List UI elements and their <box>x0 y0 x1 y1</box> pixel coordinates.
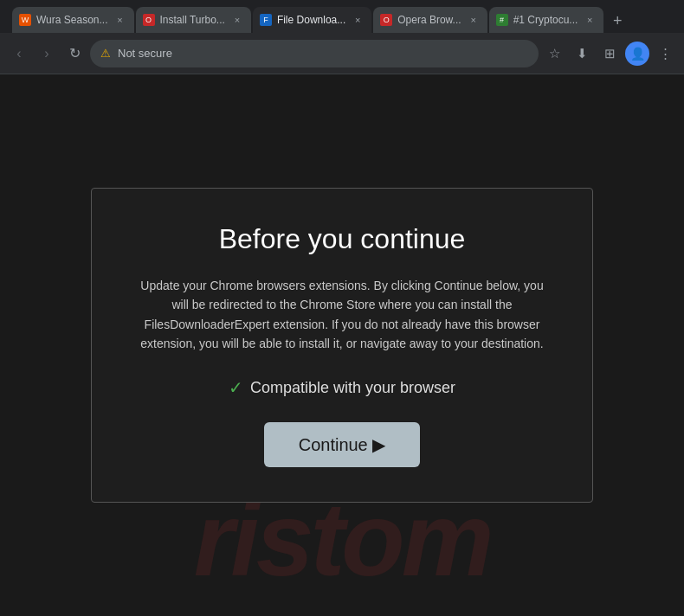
tab-favicon-5: # <box>496 14 508 26</box>
menu-button[interactable]: ⋮ <box>653 42 677 66</box>
refresh-button[interactable]: ↻ <box>62 42 87 66</box>
tab-install[interactable]: O Install Turbo... × <box>136 7 251 33</box>
forward-button[interactable]: › <box>35 42 59 66</box>
tab-close-2[interactable]: × <box>230 13 244 27</box>
dialog-box: Before you continue Update your Chrome b… <box>91 188 593 504</box>
profile-button[interactable]: 👤 <box>625 42 649 66</box>
tab-close-3[interactable]: × <box>351 13 365 27</box>
address-input-container[interactable]: ⚠ Not secure <box>90 40 539 67</box>
compatible-line: ✓ Compatible with your browser <box>135 377 549 398</box>
tab-file-download[interactable]: F File Downloa... × <box>253 7 371 33</box>
download-button[interactable]: ⬇ <box>570 42 594 66</box>
tab-close-4[interactable]: × <box>467 13 481 27</box>
tab-title-5: #1 Cryptocu... <box>513 14 578 26</box>
bookmark-button[interactable]: ☆ <box>542 42 566 66</box>
checkmark-icon: ✓ <box>229 377 243 398</box>
tab-favicon-3: F <box>260 14 272 26</box>
tab-wura[interactable]: W Wura Season... × <box>12 7 134 33</box>
tab-title-2: Install Turbo... <box>160 14 225 26</box>
tab-title-3: File Downloa... <box>277 14 345 26</box>
tab-favicon-2: O <box>143 14 155 26</box>
compatible-text: Compatible with your browser <box>250 379 455 397</box>
continue-button[interactable]: Continue ▶ <box>264 422 421 467</box>
tab-close-1[interactable]: × <box>113 13 127 27</box>
page-content: ristom Before you continue Update your C… <box>0 74 684 616</box>
address-bar: ‹ › ↻ ⚠ Not secure ☆ ⬇ ⊞ 👤 ⋮ <box>0 33 684 74</box>
not-secure-text: Not secure <box>118 47 172 60</box>
tab-title-1: Wura Season... <box>36 14 108 26</box>
dialog-description: Update your Chrome browsers extensions. … <box>135 276 549 354</box>
dialog-title: Before you continue <box>135 223 549 255</box>
back-button[interactable]: ‹ <box>7 42 31 66</box>
addr-right-icons: ☆ ⬇ ⊞ 👤 ⋮ <box>542 42 677 66</box>
tab-bar: W Wura Season... × O Install Turbo... × … <box>0 0 684 33</box>
tab-title-4: Opera Brow... <box>397 14 461 26</box>
tab-favicon-4: O <box>380 14 392 26</box>
not-secure-icon: ⚠ <box>100 47 111 60</box>
extensions-button[interactable]: ⊞ <box>597 42 622 66</box>
new-tab-button[interactable]: + <box>605 9 629 33</box>
tab-crypto[interactable]: # #1 Cryptocu... × <box>489 7 604 33</box>
browser-frame: W Wura Season... × O Install Turbo... × … <box>0 0 684 616</box>
tab-close-5[interactable]: × <box>583 13 597 27</box>
tab-favicon-1: W <box>19 14 31 26</box>
tab-opera[interactable]: O Opera Brow... × <box>373 7 487 33</box>
